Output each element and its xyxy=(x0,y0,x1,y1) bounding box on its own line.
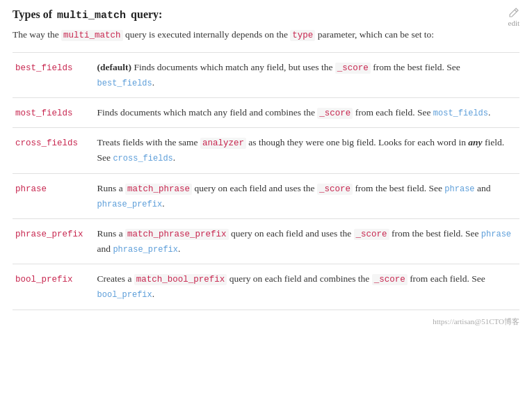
page-title: Types of multi_match query: xyxy=(13,8,519,22)
inline-code: _score xyxy=(354,229,389,240)
term-cell: phrase_prefix xyxy=(13,218,92,264)
term-cell: best_fields xyxy=(13,53,92,98)
title-prefix: Types of xyxy=(13,8,52,20)
desc-cell: Creates a match_bool_prefix query on eac… xyxy=(92,264,519,310)
table-row: bool_prefixCreates a match_bool_prefix q… xyxy=(13,264,519,310)
title-code: multi_match xyxy=(55,9,128,22)
inline-code: _score xyxy=(335,63,371,74)
doc-link[interactable]: best_fields xyxy=(97,79,152,88)
inline-code: match_bool_prefix xyxy=(134,274,227,285)
desc-cell: (default) Finds documents which match an… xyxy=(92,53,519,98)
doc-link[interactable]: cross_fields xyxy=(113,154,172,163)
edit-button[interactable]: edit xyxy=(508,7,520,27)
table-row: phrase_prefixRuns a match_phrase_prefix … xyxy=(13,218,519,264)
edit-label: edit xyxy=(508,19,520,27)
term-cell: bool_prefix xyxy=(13,264,92,310)
intro-code-multi-match: multi_match xyxy=(61,30,123,41)
desc-cell: Runs a match_phrase query on each field … xyxy=(92,173,519,218)
doc-link[interactable]: most_fields xyxy=(433,109,488,118)
term-cell: cross_fields xyxy=(13,128,92,173)
table-row: phraseRuns a match_phrase query on each … xyxy=(13,173,519,218)
inline-code: _score xyxy=(317,184,353,195)
desc-cell: Treats fields with the same analyzer as … xyxy=(92,128,519,173)
doc-link[interactable]: bool_prefix xyxy=(97,290,152,300)
table-row: most_fieldsFinds documents which match a… xyxy=(13,98,519,128)
doc-link[interactable]: phrase xyxy=(444,184,474,194)
title-suffix: query: xyxy=(131,8,162,20)
inline-code: analyzer xyxy=(200,138,246,149)
doc-link[interactable]: phrase xyxy=(481,230,511,239)
watermark: https://artisan@51CTO博客 xyxy=(433,316,519,327)
inline-code: _score xyxy=(317,108,353,119)
inline-code: match_phrase_prefix xyxy=(125,229,229,240)
emphasis-any: any xyxy=(468,137,482,147)
intro-paragraph: The way the multi_match query is execute… xyxy=(13,27,519,42)
doc-link[interactable]: phrase_prefix xyxy=(113,245,178,255)
intro-code-type: type xyxy=(290,30,315,41)
default-badge: (default) xyxy=(97,62,132,72)
doc-link[interactable]: phrase_prefix xyxy=(97,200,163,209)
inline-code: _score xyxy=(372,274,408,285)
desc-cell: Finds documents which match any field an… xyxy=(92,98,519,128)
term-cell: phrase xyxy=(13,173,92,218)
table-row: cross_fieldsTreats fields with the same … xyxy=(13,128,519,173)
term-cell: most_fields xyxy=(13,98,92,128)
desc-cell: Runs a match_phrase_prefix query on each… xyxy=(92,218,519,264)
table-row: best_fields(default) Finds documents whi… xyxy=(13,53,519,98)
inline-code: match_phrase xyxy=(125,184,192,195)
main-container: edit Types of multi_match query: The way… xyxy=(0,0,532,331)
types-table: best_fields(default) Finds documents whi… xyxy=(13,52,519,310)
